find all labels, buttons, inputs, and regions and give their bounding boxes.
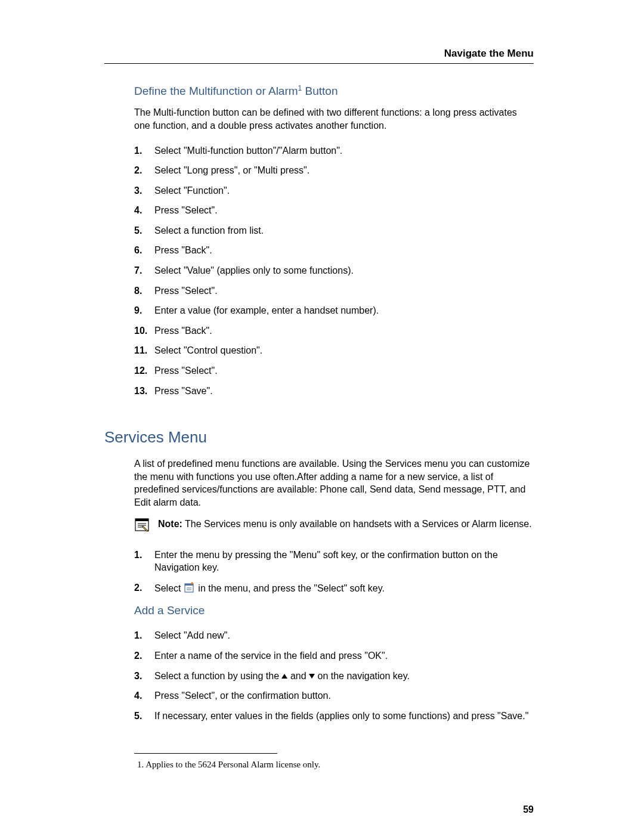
ordered-steps: Enter the menu by pressing the "Menu" so… [134,545,534,599]
page-header: Navigate the Menu [104,48,534,64]
step-item: If necessary, enter values in the fields… [134,706,534,726]
step-item: Select "Long press", or "Multi press". [134,160,534,181]
section-multifunction: Define the Multifunction or Alarm1 Butto… [134,84,534,401]
step-item: Press "Select". [134,281,534,301]
step-item: Select "Control question". [134,340,534,361]
step-text: and [287,671,309,681]
note-body: The Services menu is only available on h… [182,519,532,529]
step-item: Select in the menu, and press the "Selec… [134,578,534,599]
step-item: Select a function by using the and on th… [134,666,534,686]
section-heading: Services Menu [104,428,534,447]
section-add-service: Add a Service Select "Add new".Enter a n… [134,604,534,726]
section-intro: The Multi-function button can be defined… [134,106,534,132]
document-page: Navigate the Menu Define the Multifuncti… [0,0,644,833]
section-intro: A list of predefined menu functions are … [134,457,534,509]
page-number: 59 [523,804,534,815]
section-heading: Add a Service [134,604,534,617]
step-item: Enter the menu by pressing the "Menu" so… [134,545,534,578]
note-block: Note: The Services menu is only availabl… [134,518,534,534]
step-item: Select "Multi-function button"/"Alarm bu… [134,141,534,161]
step-text: Select a function by using the [154,671,281,681]
step-item: Select "Value" (applies only to some fun… [134,261,534,281]
step-item: Press "Select", or the confirmation butt… [134,686,534,706]
note-text: Note: The Services menu is only availabl… [158,518,532,531]
step-item: Enter a value (for example, enter a hand… [134,301,534,321]
note-label: Note: [158,519,182,529]
step-item: Press "Select". [134,200,534,221]
svg-rect-1 [135,519,148,521]
services-menu-icon [184,581,196,593]
step-item: Enter a name of the service in the field… [134,646,534,666]
step-item: Press "Back". [134,321,534,341]
section-heading: Define the Multifunction or Alarm1 Butto… [134,84,534,98]
step-item: Press "Save". [134,381,534,401]
step-text: in the menu, and press the "Select" soft… [196,583,385,593]
step-item: Select "Add new". [134,625,534,646]
step-text: Select [154,583,184,593]
ordered-steps: Select "Multi-function button"/"Alarm bu… [134,141,534,401]
ordered-steps: Select "Add new".Enter a name of the ser… [134,625,534,726]
down-arrow-icon [309,674,315,679]
svg-marker-10 [190,582,194,584]
heading-post: Button [302,85,338,97]
step-text: on the navigation key. [315,671,410,681]
section-services-body: A list of predefined menu functions are … [134,457,534,598]
step-item: Press "Select". [134,361,534,381]
heading-pre: Define the Multifunction or Alarm [134,85,298,97]
note-icon [134,518,150,534]
footnote-text: 1. Applies to the 5624 Personal Alarm li… [137,760,534,770]
footnote-rule [134,753,277,754]
section-services: Services Menu [104,428,534,447]
step-item: Press "Back". [134,240,534,261]
step-item: Select a function from list. [134,221,534,241]
up-arrow-icon [281,674,287,679]
step-item: Select "Function". [134,181,534,201]
header-title: Navigate the Menu [444,48,534,60]
